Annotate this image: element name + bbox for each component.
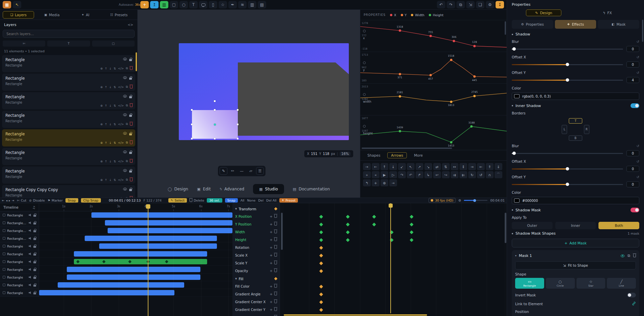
inner-offset-y-slider[interactable] xyxy=(512,184,623,185)
track-lane[interactable] xyxy=(39,242,232,250)
link-icon[interactable] xyxy=(632,301,636,306)
curve-point[interactable] xyxy=(399,73,401,75)
arrow-button[interactable]: ⇅ xyxy=(442,163,450,170)
keyframe-diamond[interactable] xyxy=(372,222,376,226)
audio-icon[interactable] xyxy=(29,276,32,279)
arrow-button[interactable]: ↕ xyxy=(459,163,467,170)
add-keyframe-icon[interactable]: + xyxy=(270,292,273,296)
layer-item[interactable]: Rectangle Rectangle ⊕↑↓⇅</>⧉ xyxy=(2,166,135,184)
add-keyframe-icon[interactable]: + xyxy=(270,300,273,304)
add-keyframe-icon[interactable]: + xyxy=(270,308,273,312)
graph-row-x[interactable]: 1278777-118 x 1318 755 306 128 xyxy=(360,20,507,52)
keyframe-diamond[interactable] xyxy=(319,269,323,273)
track-lane[interactable] xyxy=(39,289,232,297)
shadow-color-field[interactable]: rgba(0, 0, 0, 0.3) xyxy=(512,93,639,100)
layer-reorder-icon[interactable]: ⇅ xyxy=(114,141,116,144)
arrow-button[interactable]: ↻ xyxy=(468,171,476,178)
layer-code-icon[interactable]: </> xyxy=(118,123,124,126)
playhead-line[interactable] xyxy=(148,204,148,316)
layer-pin-icon[interactable]: ⊕ xyxy=(100,67,103,70)
comment-tool[interactable] xyxy=(199,1,207,8)
curve-point[interactable] xyxy=(399,95,401,98)
add-keyframe-icon[interactable]: + xyxy=(270,269,273,273)
selection-handle[interactable] xyxy=(237,124,239,125)
delete-property-icon[interactable] xyxy=(274,269,277,273)
arrow-button[interactable]: ↺ xyxy=(477,171,485,178)
text-tool[interactable]: T xyxy=(189,1,198,8)
arrow-button[interactable]: ⇄ xyxy=(433,163,441,170)
shadow-offset-x-value[interactable]: 0 xyxy=(626,61,639,68)
add-keyframe-icon[interactable]: + xyxy=(270,230,273,234)
ellipse-tool[interactable]: ○ xyxy=(179,1,188,8)
add-tool[interactable]: + xyxy=(140,1,149,8)
keyframe-playhead-handle[interactable] xyxy=(389,204,393,208)
layer-delete-icon[interactable] xyxy=(130,67,133,70)
star-tool[interactable]: ☆ xyxy=(219,1,227,8)
mask-shape-line[interactable]: ╱Line xyxy=(607,278,636,289)
zoom-level[interactable]: 16% xyxy=(340,152,351,156)
layer-reorder-icon[interactable]: ⇅ xyxy=(114,67,116,70)
arrow-button[interactable]: ∩ xyxy=(486,171,494,178)
shadow-blur-slider[interactable] xyxy=(512,49,623,50)
keyframe-editor[interactable] xyxy=(284,203,504,316)
delete-property-icon[interactable] xyxy=(274,254,277,257)
track-name[interactable]: Rectangle xyxy=(0,273,39,281)
expand-button[interactable]: ⇲ xyxy=(466,1,475,8)
mask-shape-circle[interactable]: ○Circle xyxy=(546,278,575,289)
apply-both-button[interactable]: Both xyxy=(598,222,639,229)
layer-reorder-icon[interactable]: ⇅ xyxy=(114,160,116,163)
keyframe-row[interactable] xyxy=(284,228,504,236)
arrow-button[interactable]: ⇐ xyxy=(477,163,485,170)
canvas-tab-studio[interactable]: ▦Studio xyxy=(253,184,284,194)
track-name[interactable]: Rectangle xyxy=(0,266,39,273)
lock-icon[interactable] xyxy=(129,58,132,61)
layer-delete-icon[interactable] xyxy=(130,123,133,126)
timeline-zoom-slider[interactable] xyxy=(464,200,487,201)
inner-blur-value[interactable]: 0 xyxy=(626,150,639,156)
arrow-button[interactable]: ⊕ xyxy=(381,179,388,186)
tl-btn-select[interactable]: ↖Select xyxy=(168,198,187,203)
audio-icon[interactable] xyxy=(29,253,32,256)
layer-item[interactable]: Rectangle Copy Copy Copy Rectangle ⊕↑↓⇅<… xyxy=(2,185,135,198)
mask-shape-rectangle[interactable]: ▭Rectangle xyxy=(515,278,544,289)
graphs-h-scrollbar[interactable] xyxy=(362,148,452,149)
keyframe-diamond[interactable] xyxy=(319,246,323,249)
waves-tool[interactable]: ≋ xyxy=(238,1,247,8)
selection-handle[interactable] xyxy=(237,138,239,139)
reset-icon[interactable]: ↺ xyxy=(637,175,639,179)
inner-blur-slider[interactable] xyxy=(512,153,623,154)
arrow-button[interactable]: ↘ xyxy=(424,163,432,170)
row-enable-toggle[interactable] xyxy=(363,30,366,32)
prop-row-gradient-center-y[interactable]: Gradient Center Y+ xyxy=(232,306,280,314)
tl-btn-step-back-button[interactable]: ◂ xyxy=(6,199,8,202)
clip-bar[interactable] xyxy=(105,220,232,226)
track-lane[interactable] xyxy=(39,266,232,273)
layer-move-down-icon[interactable]: ↓ xyxy=(109,67,112,70)
visibility-icon[interactable] xyxy=(123,132,127,135)
shadow-mask-section-header[interactable]: Shadow Mask xyxy=(512,208,639,212)
border-t-button[interactable]: T xyxy=(569,118,582,124)
tl-btn-snap[interactable]: Snap xyxy=(225,198,238,203)
shadow-blur-value[interactable]: 0 xyxy=(626,46,639,52)
playhead-handle[interactable] xyxy=(146,204,150,209)
tl-btn-step-forward-button[interactable]: ▸ xyxy=(9,199,10,202)
keyframe-row[interactable] xyxy=(284,306,504,314)
layer-duplicate-icon[interactable]: ⧉ xyxy=(126,122,128,126)
color-swatch[interactable] xyxy=(514,94,520,98)
tl-btn-jump-start-button[interactable]: ⇤ xyxy=(2,199,5,202)
graph-row-height[interactable]: 18771087 height 1439 1453 3188 xyxy=(360,115,507,147)
tl-btn-del[interactable]: Del xyxy=(258,198,263,203)
tl-btn-clip-snap[interactable]: Clip Snap xyxy=(81,198,101,203)
folder-button[interactable]: ❏ xyxy=(476,1,484,8)
arrow-button[interactable]: ↪ xyxy=(442,171,450,178)
arrow-button[interactable]: ↖ xyxy=(407,163,415,170)
lock-icon[interactable] xyxy=(129,169,132,173)
layer-reorder-icon[interactable]: ⇅ xyxy=(114,123,116,126)
visibility-icon[interactable] xyxy=(123,58,127,60)
curve-point[interactable] xyxy=(473,75,476,78)
track-lane[interactable] xyxy=(39,250,232,258)
reset-icon[interactable]: ↺ xyxy=(637,40,639,44)
layer-duplicate-icon[interactable]: ⧉ xyxy=(126,178,128,182)
prop-row-width[interactable]: Width+ xyxy=(232,228,280,236)
arrow-button[interactable]: ↑ xyxy=(381,163,388,170)
